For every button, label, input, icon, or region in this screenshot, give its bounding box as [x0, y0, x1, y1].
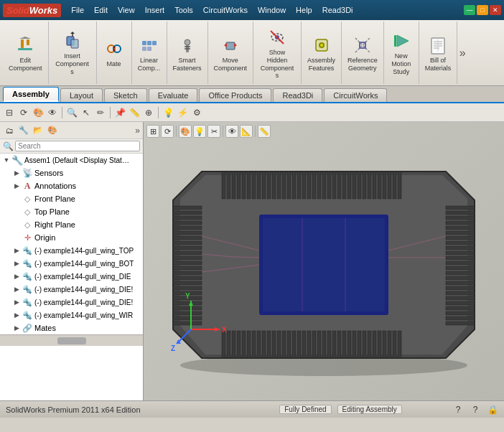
measure-button[interactable]: 📏 [128, 106, 141, 119]
info-status-icon[interactable]: ? [470, 404, 481, 415]
reference-geometry-button[interactable]: ReferenceGeometry [345, 23, 381, 83]
tab-sketch[interactable]: Sketch [104, 88, 147, 102]
snap-button[interactable]: 📌 [113, 106, 126, 119]
ribbon-group-mate: Mate [97, 22, 132, 84]
bill-of-materials-button[interactable]: Bill ofMaterials [422, 23, 454, 83]
display-style-button[interactable]: 🎨 [179, 125, 192, 138]
svg-rect-121 [358, 172, 361, 199]
expand-icon[interactable]: ▶ [11, 169, 22, 177]
expand-icon[interactable]: ▶ [11, 299, 22, 306]
help-status-icon[interactable]: ? [452, 404, 464, 415]
menu-read3di[interactable]: Read3Di [318, 4, 358, 16]
select-button[interactable]: ↖ [80, 106, 93, 119]
tab-circuitworks[interactable]: CircuitWorks [324, 88, 387, 102]
expand-icon[interactable]: ▶ [11, 286, 22, 293]
tree-item-comp4[interactable]: ▶ 🔩 (-) example144-gull_wing_DIE! [0, 283, 143, 296]
sketch-mode-button[interactable]: ✏ [94, 106, 107, 119]
menu-tools[interactable]: Tools [170, 4, 197, 16]
tab-read3di[interactable]: Read3Di [273, 88, 322, 102]
config-manager-button[interactable]: 📂 [32, 124, 45, 137]
lighting-button[interactable]: 💡 [193, 125, 206, 138]
expand-icon[interactable]: ▶ [11, 311, 22, 319]
tree-item-comp3[interactable]: ▶ 🔩 (-) example144-gull_wing_DIE [0, 270, 143, 283]
ribbon-toolbar: Edit Component InsertComponents Mate Lin… [0, 20, 504, 86]
view-zoom-fit-button[interactable]: ⟳ [161, 125, 174, 138]
tree-item-comp5[interactable]: ▶ 🔩 (-) example144-gull_wing_DIE! [0, 296, 143, 309]
ref-geom-button[interactable]: 📐 [240, 125, 253, 138]
dim-expert-button[interactable]: 🎨 [46, 124, 59, 137]
sim-button[interactable]: ⚡ [176, 106, 189, 119]
tree-item-comp2[interactable]: ▶ 🔩 (-) example144-gull_wing_BOT [0, 257, 143, 270]
right-plane-label: Right Plane [34, 220, 75, 229]
tree-item-comp1[interactable]: ▶ 🔩 (-) example144-gull_wing_TOP [0, 244, 143, 257]
hide-components-button[interactable]: 👁 [225, 125, 238, 138]
expand-icon[interactable]: ▶ [11, 273, 22, 280]
measure-vp-button[interactable]: 📏 [258, 125, 271, 138]
menu-edit[interactable]: Edit [90, 4, 112, 16]
tab-office-products[interactable]: Office Products [199, 88, 271, 102]
tree-more-button[interactable]: » [135, 126, 140, 136]
tree-item-right-plane[interactable]: ▶ ◇ Right Plane [0, 218, 143, 231]
menu-circuitworks[interactable]: CircuitWorks [199, 4, 252, 16]
menu-insert[interactable]: Insert [141, 4, 169, 16]
section-view-button[interactable]: ⊕ [142, 106, 155, 119]
section-view-vp-button[interactable]: ✂ [207, 125, 220, 138]
linear-comp-button[interactable]: LinearComp... [135, 23, 164, 83]
sensors-icon: 📡 [22, 167, 33, 179]
assembly-features-label: AssemblyFeatures [307, 57, 335, 72]
tab-evaluate[interactable]: Evaluate [149, 88, 198, 102]
expand-icon[interactable]: ▶ [11, 324, 22, 332]
smart-fasteners-button[interactable]: SmartFasteners [170, 23, 205, 83]
zoom-button[interactable]: 🔍 [65, 106, 78, 119]
view-display-button[interactable]: 🎨 [32, 106, 45, 119]
tree-scrollbar[interactable] [0, 334, 143, 346]
ribbon-more-button[interactable]: » [457, 22, 467, 84]
view-orient-button[interactable]: ⟳ [17, 106, 30, 119]
svg-marker-7 [70, 32, 75, 34]
tree-search-input[interactable] [15, 141, 140, 151]
tree-item-mates[interactable]: ▶ 🔗 Mates [0, 321, 143, 334]
settings-button[interactable]: ⚙ [190, 106, 203, 119]
mate-button[interactable]: Mate [100, 23, 129, 83]
mate-label: Mate [107, 60, 121, 68]
move-component-button[interactable]: MoveComponent [211, 23, 251, 83]
tree-item-front-plane[interactable]: ▶ ◇ Front Plane [0, 192, 143, 205]
tab-assembly[interactable]: Assembly [3, 87, 59, 102]
view-orient-button[interactable]: ⊞ [146, 125, 159, 138]
insert-components-button[interactable]: InsertComponents [52, 23, 93, 83]
minimize-button[interactable]: — [464, 5, 475, 15]
show-hidden-components-button[interactable]: ShowHiddenComponents [256, 23, 298, 83]
expand-icon[interactable]: ▶ [11, 247, 22, 254]
3d-viewport[interactable]: ⊞ ⟳ 🎨 💡 ✂ 👁 📐 📏 [144, 122, 504, 400]
expand-icon[interactable]: ▼ [1, 156, 11, 164]
expand-icon[interactable]: ▶ [11, 182, 22, 189]
maximize-button[interactable]: □ [477, 5, 488, 15]
assembly-features-button[interactable]: AssemblyFeatures [304, 23, 338, 83]
app-logo: SolidWorks [3, 4, 61, 17]
tree-item-top-plane[interactable]: ▶ ◇ Top Plane [0, 205, 143, 218]
edit-component-button[interactable]: Edit Component [6, 23, 45, 83]
feature-manager-button[interactable]: 🗂 [3, 124, 16, 137]
menu-window[interactable]: Window [253, 4, 290, 16]
property-manager-button[interactable]: 🔧 [17, 124, 30, 137]
tree-collapse-button[interactable]: ⊟ [3, 106, 16, 119]
hide-show-button[interactable]: 👁 [46, 106, 59, 119]
svg-rect-141 [277, 331, 281, 358]
tree-item-sensors[interactable]: ▶ 📡 Sensors [0, 166, 143, 179]
tree-item-comp6[interactable]: ▶ 🔩 (-) example144-gull_wing_WIR [0, 309, 143, 321]
menu-help[interactable]: Help [291, 4, 317, 16]
new-motion-study-button[interactable]: NewMotionStudy [387, 23, 416, 83]
render-button[interactable]: 💡 [162, 106, 174, 119]
menu-file[interactable]: File [67, 4, 88, 16]
search-icon: 🔍 [3, 141, 14, 151]
expand-icon[interactable]: ▶ [11, 260, 22, 267]
lock-status-icon[interactable]: 🔒 [487, 404, 498, 415]
menu-view[interactable]: View [113, 4, 139, 16]
svg-rect-52 [173, 236, 202, 240]
close-button[interactable]: ✕ [490, 5, 501, 15]
tree-item-annotations[interactable]: ▶ A Annotations [0, 179, 143, 192]
tree-item-assem1[interactable]: ▼ 🔧 Assem1 (Default <Display State-1 [0, 154, 143, 166]
tab-layout[interactable]: Layout [60, 88, 103, 102]
svg-rect-152 [332, 331, 336, 358]
tree-item-origin[interactable]: ▶ ✛ Origin [0, 231, 143, 244]
